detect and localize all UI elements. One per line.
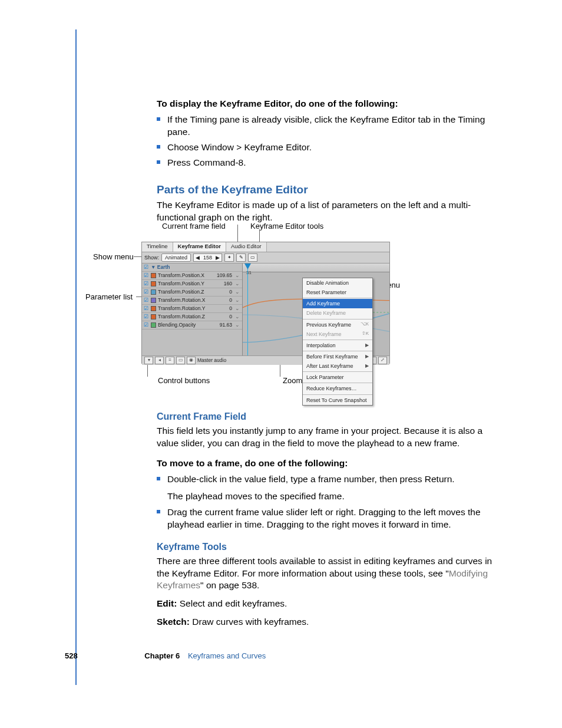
param-row[interactable]: ☑ Blending.Opacity 91.63⌄ xyxy=(142,321,242,330)
keyframe-editor-figure: Current frame field Keyframe Editor tool… xyxy=(85,221,486,386)
callout-current-frame-field: Current frame field xyxy=(162,221,226,232)
control-button[interactable]: ◉ xyxy=(187,357,196,364)
show-label: Show: xyxy=(144,254,159,261)
page-footer: 528 Chapter 6 Keyframes and Curves xyxy=(65,651,489,661)
tab-bar: Timeline Keyframe Editor Audio Editor xyxy=(142,242,389,252)
param-row[interactable]: ☑ Transform.Rotation.Z 0⌄ xyxy=(142,313,242,321)
current-frame-value: 158 xyxy=(201,254,214,261)
transform-tool-button[interactable]: ▭ xyxy=(248,253,257,262)
tab-audio-editor[interactable]: Audio Editor xyxy=(226,242,267,252)
toolbar: Show: Animated ◀158▶ ✦ ✎ ▭ xyxy=(142,252,389,263)
menu-reset-curve-snapshot[interactable]: Reset To Curve Snapshot xyxy=(303,396,372,405)
parameter-list: ☑ ▼ Earth ☑ Transform.Position.X 109.65⌄… xyxy=(142,263,243,355)
chapter-label: Chapter 6 xyxy=(144,651,180,660)
param-row[interactable]: ☑ Transform.Position.X 109.65⌄ xyxy=(142,272,242,280)
tool-edit: Edit: Select and edit keyframes. xyxy=(157,598,498,610)
tab-keyframe-editor[interactable]: Keyframe Editor xyxy=(173,242,226,252)
param-row[interactable]: ☑ Transform.Rotation.Y 0⌄ xyxy=(142,305,242,313)
kft-paragraph: There are three different tools availabl… xyxy=(157,555,498,592)
menu-reduce-keyframes[interactable]: Reduce Keyframes… xyxy=(303,384,372,393)
bullet-item: Press Command-8. xyxy=(157,157,498,169)
current-frame-field[interactable]: ◀158▶ xyxy=(193,253,222,262)
menu-previous-keyframe[interactable]: Previous Keyframe⌥K xyxy=(303,320,372,330)
section-heading-parts: Parts of the Keyframe Editor xyxy=(157,182,498,197)
status-label: Master audio xyxy=(197,357,226,364)
cff-paragraph: This field lets you instantly jump to an… xyxy=(157,425,498,450)
menu-after-last-keyframe[interactable]: After Last Keyframe▶ xyxy=(303,361,372,371)
page-rule xyxy=(75,29,77,685)
callout-control-buttons: Control buttons xyxy=(158,375,210,386)
label: Edit: xyxy=(157,598,177,608)
menu-reset-parameter[interactable]: Reset Parameter xyxy=(303,288,372,297)
keyframe-editor-panel: Timeline Keyframe Editor Audio Editor Sh… xyxy=(141,242,390,364)
tab-timeline[interactable]: Timeline xyxy=(142,242,173,252)
menu-next-keyframe: Next Keyframe⇧K xyxy=(303,330,372,339)
menu-before-first-keyframe[interactable]: Before First Keyframe▶ xyxy=(303,352,372,361)
instruction-heading-1: To display the Keyframe Editor, do one o… xyxy=(157,98,498,110)
control-button[interactable]: ▾ xyxy=(144,357,153,364)
zoom-fit-button[interactable]: ⤢ xyxy=(378,357,387,364)
text: There are three different tools availabl… xyxy=(157,556,492,578)
sub-heading-keyframe-tools: Keyframe Tools xyxy=(157,541,498,554)
text: Draw curves with keyframes. xyxy=(190,617,309,627)
bullet-list-1: If the Timing pane is already visible, c… xyxy=(157,114,498,169)
bullet-text: Double-click in the value field, type a … xyxy=(167,474,455,484)
callout-parameter-list: Parameter list xyxy=(85,292,133,302)
page-number: 528 xyxy=(65,651,78,660)
animation-menu[interactable]: Disable Animation Reset Parameter Add Ke… xyxy=(302,278,373,406)
menu-lock-parameter[interactable]: Lock Parameter xyxy=(303,373,372,382)
menu-delete-keyframe: Delete Keyframe xyxy=(303,308,372,318)
bullet-list-2: Double-click in the value field, type a … xyxy=(157,473,498,531)
leader xyxy=(147,365,148,377)
tool-sketch: Sketch: Draw curves with keyframes. xyxy=(157,616,498,628)
chapter-title: Keyframes and Curves xyxy=(188,651,266,660)
callout-show-menu: Show menu xyxy=(93,252,134,262)
sketch-tool-button[interactable]: ✎ xyxy=(236,253,246,262)
bullet-item: Choose Window > Keyframe Editor. xyxy=(157,141,498,154)
param-row[interactable]: ☑ Transform.Rotation.X 0⌄ xyxy=(142,297,242,305)
instruction-heading-2: To move to a frame, do one of the follow… xyxy=(157,457,498,470)
content-block: To display the Keyframe Editor, do one o… xyxy=(157,98,498,230)
show-menu-popup[interactable]: Animated xyxy=(161,253,191,262)
bullet-item: If the Timing pane is already visible, c… xyxy=(157,114,498,139)
param-row[interactable]: ☑ Transform.Position.Z 0⌄ xyxy=(142,288,242,297)
content-block-2: Current Frame Field This field lets you … xyxy=(157,401,498,634)
bullet-item: Drag the current frame value slider left… xyxy=(157,506,498,531)
leader xyxy=(134,256,141,257)
callout-keyframe-tools: Keyframe Editor tools xyxy=(250,221,323,232)
param-row[interactable]: ☑ Transform.Position.Y 160⌄ xyxy=(142,280,242,288)
control-button[interactable]: ≡ xyxy=(166,357,174,364)
bullet-item: Double-click in the value field, type a … xyxy=(157,473,498,503)
text: Select and edit keyframes. xyxy=(177,598,287,608)
time-ruler[interactable]: 31 xyxy=(243,263,389,272)
edit-tool-button[interactable]: ✦ xyxy=(224,253,234,262)
menu-interpolation[interactable]: Interpolation▶ xyxy=(303,341,372,350)
parts-intro: The Keyframe Editor is made up of a list… xyxy=(157,199,498,224)
bullet-follow: The playhead moves to the specified fram… xyxy=(167,490,498,503)
menu-add-keyframe[interactable]: Add Keyframe xyxy=(303,299,372,308)
label: Sketch: xyxy=(157,617,190,627)
text: " on page 538. xyxy=(200,580,259,590)
sub-heading-current-frame-field: Current Frame Field xyxy=(157,410,498,423)
param-group[interactable]: ☑ ▼ Earth xyxy=(142,263,242,272)
control-button[interactable]: ◂ xyxy=(155,357,164,364)
leader xyxy=(280,365,280,377)
control-button[interactable]: ▭ xyxy=(176,357,185,364)
menu-disable-animation[interactable]: Disable Animation xyxy=(303,278,372,288)
